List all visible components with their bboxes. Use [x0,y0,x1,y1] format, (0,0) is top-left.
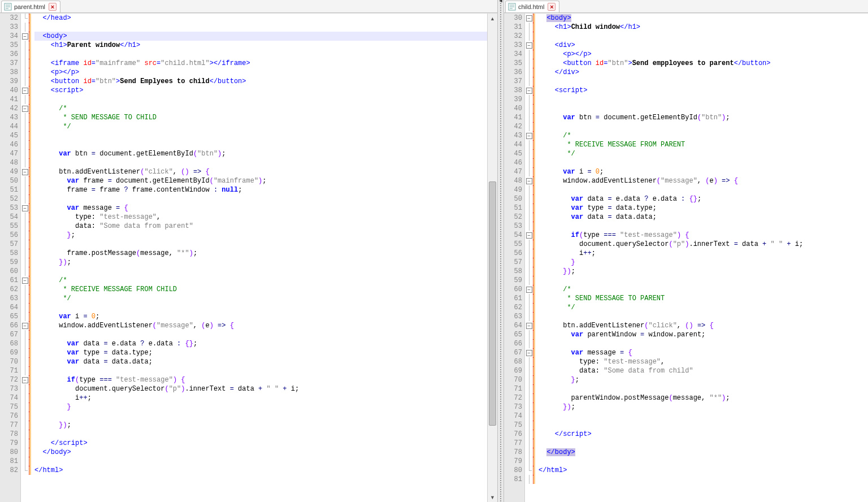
tab-label: parent.html [14,3,45,10]
code-editor-left[interactable]: 3233343536373839404142434445464748495051… [0,13,497,502]
tab-bar: parent.html × [0,0,497,13]
scroll-up-icon[interactable]: ▲ [488,14,497,23]
scroll-down-icon[interactable]: ▼ [488,492,497,502]
line-number-gutter: 3031323334353637383940414243444546474849… [504,14,525,502]
scroll-track[interactable] [488,23,497,492]
vertical-scrollbar[interactable]: ▲ ▼ [487,14,497,502]
split-view: parent.html × 32333435363738394041424344… [0,0,868,502]
html-file-icon [508,3,516,11]
fold-column[interactable]: −−−−−−−−− [525,14,533,502]
tab-bar: child.html × [504,0,868,13]
close-icon[interactable]: × [49,3,57,11]
html-file-icon [4,3,12,11]
pane-splitter[interactable]: ◄ [497,0,504,502]
editor-pane-right: child.html × 303132333435363738394041424… [504,0,868,502]
tab-child-html[interactable]: child.html × [505,1,559,12]
code-area[interactable]: <body> <h1>Child window</h1> <div> <p></… [535,14,868,502]
editor-pane-left: parent.html × 32333435363738394041424344… [0,0,497,502]
fold-column[interactable]: −−−−−−−− [21,14,29,502]
line-number-gutter: 3233343536373839404142434445464748495051… [0,14,21,502]
close-icon[interactable]: × [548,3,555,11]
tab-parent-html[interactable]: parent.html × [1,1,60,12]
scroll-thumb[interactable] [489,181,496,426]
tab-label: child.html [518,3,544,10]
code-area[interactable]: </head> <body> <h1>Parent window</h1> <i… [31,14,487,502]
code-editor-right[interactable]: 3031323334353637383940414243444546474849… [504,13,868,502]
splitter-arrow-icon: ◄ [498,0,504,3]
